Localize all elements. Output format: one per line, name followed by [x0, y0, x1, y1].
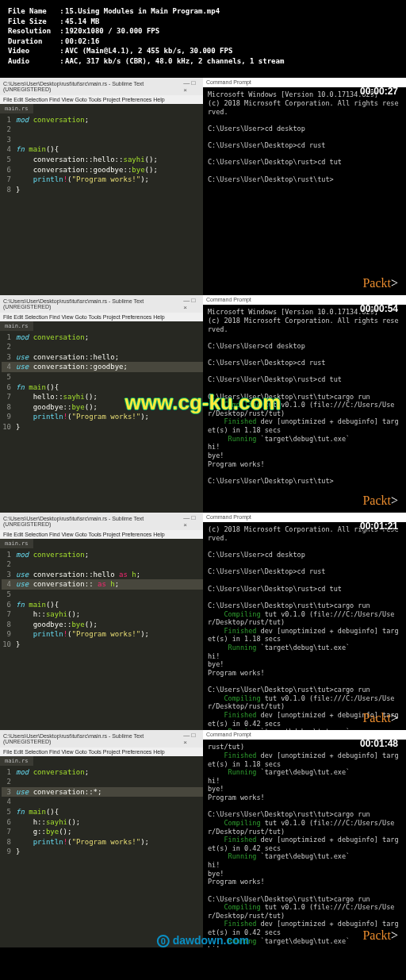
editor-pane: C:\Users\User\Desktop\rust\tut\src\main.… [0, 78, 203, 295]
terminal-pane: Command Prompt rust/tut) Finished dev [u… [203, 730, 406, 947]
packt-logo: Packt> [362, 711, 398, 725]
terminal-body[interactable]: rust/tut) Finished dev [unoptimized + de… [203, 740, 406, 947]
timestamp: 00:01:21 [360, 521, 398, 532]
timestamp: 00:01:48 [360, 738, 398, 749]
code-area[interactable]: 1mod conversation;23use conversation::he… [0, 548, 203, 651]
editor-tab[interactable]: main.rs [0, 104, 33, 113]
editor-titlebar[interactable]: C:\Users\User\Desktop\rust\tut\src\main.… [0, 295, 203, 313]
code-area[interactable]: 1mod conversation;23use conversation::he… [0, 331, 203, 434]
code-area[interactable]: 1mod conversation;234fn main(){5 convers… [0, 113, 203, 197]
terminal-body[interactable]: Microsoft Windows [Version 10.0.17134.82… [203, 87, 406, 186]
editor-pane: C:\Users\User\Desktop\rust\tut\src\main.… [0, 513, 203, 730]
code-area[interactable]: 1mod conversation;23use conversation::*;… [0, 766, 203, 859]
editor-pane: C:\Users\User\Desktop\rust\tut\src\main.… [0, 730, 203, 947]
screenshot-2: C:\Users\User\Desktop\rust\tut\src\main.… [0, 295, 406, 513]
terminal-pane: Command Prompt Microsoft Windows [Versio… [203, 295, 406, 513]
screenshot-3: C:\Users\User\Desktop\rust\tut\src\main.… [0, 513, 406, 730]
terminal-body[interactable]: (c) 2018 Microsoft Corporation. All righ… [203, 522, 406, 729]
terminal-pane: Command Prompt Microsoft Windows [Versio… [203, 78, 406, 295]
terminal-pane: Command Prompt (c) 2018 Microsoft Corpor… [203, 513, 406, 730]
editor-titlebar[interactable]: C:\Users\User\Desktop\rust\tut\src\main.… [0, 513, 203, 530]
window-buttons[interactable]: — □ × [183, 79, 200, 94]
editor-menu[interactable]: File Edit Selection Find View Goto Tools… [0, 95, 203, 104]
editor-pane: C:\Users\User\Desktop\rust\tut\src\main.… [0, 295, 203, 513]
editor-title-text: C:\Users\User\Desktop\rust\tut\src\main.… [3, 81, 183, 92]
packt-logo: Packt> [362, 928, 398, 943]
packt-logo: Packt> [362, 276, 398, 290]
timestamp: 00:00:54 [360, 303, 398, 314]
timestamp: 00:00:27 [360, 86, 398, 97]
editor-titlebar[interactable]: C:\Users\User\Desktop\rust\tut\src\main.… [0, 78, 203, 95]
screenshot-4: C:\Users\User\Desktop\rust\tut\src\main.… [0, 730, 406, 947]
editor-titlebar[interactable]: C:\Users\User\Desktop\rust\tut\src\main.… [0, 730, 203, 747]
packt-logo: Packt> [362, 494, 398, 508]
file-info-block: File Name:15.Using Modules in Main Progr… [0, 0, 406, 78]
screenshot-1: C:\Users\User\Desktop\rust\tut\src\main.… [0, 78, 406, 295]
terminal-body[interactable]: Microsoft Windows [Version 10.0.17134.82… [203, 305, 406, 488]
